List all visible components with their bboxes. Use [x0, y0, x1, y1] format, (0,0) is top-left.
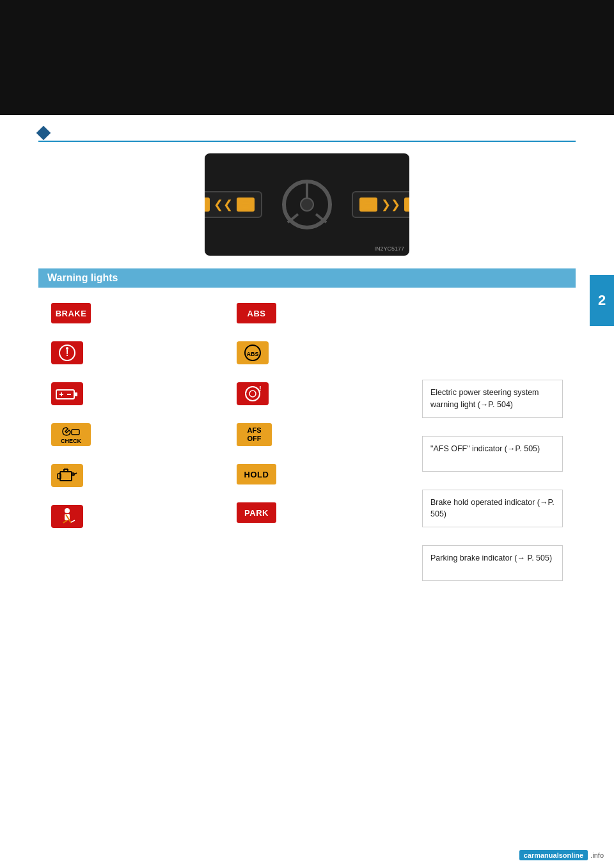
svg-line-35 — [63, 520, 67, 523]
left-arrow-icon: ❮❮ — [214, 198, 233, 212]
afs-label: AFS — [248, 426, 262, 435]
svg-rect-19 — [74, 392, 77, 396]
watermark-logo: carmanualsonline — [519, 850, 588, 860]
steering-wheel-icon — [281, 179, 333, 230]
svg-text:!: ! — [259, 385, 262, 392]
warning-item-oil: ! — [51, 341, 217, 364]
watermark-url: .info — [590, 851, 604, 859]
warning-item-battery — [51, 382, 217, 405]
right-cluster-icon-2: A — [406, 199, 409, 210]
dashboard-clusters: A ❮❮ — [205, 179, 409, 230]
image-label: IN2YC5177 — [374, 245, 404, 252]
dashboard-image-area: A ❮❮ — [38, 153, 576, 256]
check-engine-icon — [60, 425, 82, 438]
svg-point-40 — [249, 391, 256, 397]
seatbelt-icon — [57, 506, 77, 527]
svg-rect-2 — [239, 199, 252, 210]
warning-item-brake: BRAKE — [51, 303, 217, 323]
warning-item-abs-circle: ABS — [237, 341, 403, 364]
svg-rect-18 — [56, 390, 74, 399]
eps-tooltip-text: Electric power steering system warning l… — [430, 387, 555, 411]
watermark: carmanualsonline .info — [519, 850, 604, 860]
left-cluster-icon: A — [205, 199, 208, 210]
svg-point-39 — [246, 387, 260, 401]
left-cluster-icon-2 — [239, 199, 253, 210]
oil-pressure-badge: ! — [51, 341, 83, 364]
park-tooltip-box: Parking brake indicator (→ P. 505) — [422, 545, 563, 581]
warning-lights-title: Warning lights — [47, 272, 118, 283]
steering-center — [281, 179, 333, 230]
eps-icon: ! — [241, 384, 264, 404]
dashboard-image-box: A ❮❮ — [205, 153, 409, 256]
seatbelt-badge — [51, 505, 83, 528]
warning-item-eps: ! — [237, 382, 403, 405]
park-tooltip-text: Parking brake indicator (→ P. 505) — [430, 552, 555, 564]
tooltip-column: Electric power steering system warning l… — [422, 303, 563, 581]
section-header — [38, 128, 576, 142]
right-icon-rect-2: A — [404, 198, 409, 212]
hold-tooltip-box: Brake hold operated indicator (→P. 505) — [422, 490, 563, 528]
park-badge: PARK — [237, 502, 276, 523]
main-content: A ❮❮ — [0, 128, 614, 581]
diamond-bullet-icon — [36, 126, 51, 141]
oil-pressure-icon: ! — [58, 343, 77, 362]
svg-rect-24 — [60, 472, 72, 481]
eps-badge: ! — [237, 382, 269, 405]
warning-item-check: CHECK — [51, 423, 217, 446]
warning-item-seatbelt — [51, 505, 217, 528]
check-label: CHECK — [61, 438, 81, 444]
brake-badge: BRAKE — [51, 303, 91, 323]
hold-badge: HOLD — [237, 464, 276, 484]
left-icon-rect: A — [205, 198, 210, 212]
svg-line-36 — [71, 520, 75, 522]
svg-rect-0 — [205, 199, 207, 210]
svg-rect-13 — [407, 199, 409, 210]
afs-off-tooltip-box: "AFS OFF" indicator (→P. 505) — [422, 436, 563, 472]
svg-rect-3 — [242, 201, 249, 208]
warning-lights-header: Warning lights — [38, 268, 576, 288]
svg-rect-11 — [365, 201, 372, 208]
warning-lights-grid: BRAKE ! — [51, 303, 563, 581]
warning-item-abs: ABS — [237, 303, 403, 323]
afs-off-tooltip-text: "AFS OFF" indicator (→P. 505) — [430, 443, 555, 455]
warning-col-left: BRAKE ! — [51, 303, 217, 581]
svg-point-32 — [65, 508, 70, 513]
engine-icon — [55, 467, 79, 484]
battery-badge — [51, 382, 83, 405]
engine-badge — [51, 464, 83, 487]
check-badge: CHECK — [51, 423, 91, 446]
svg-rect-25 — [58, 474, 61, 479]
abs-badge: ABS — [237, 303, 276, 323]
warning-item-afs-off: AFS OFF — [237, 423, 403, 446]
chapter-tab: 2 — [590, 275, 614, 326]
top-black-bar — [0, 0, 614, 115]
right-cluster-icon — [361, 199, 375, 210]
right-cluster: ❯❯ A — [352, 191, 409, 218]
warning-col-right: ABS ABS ! — [237, 303, 403, 581]
svg-point-17 — [66, 347, 68, 350]
afs-off-badge: AFS OFF — [237, 423, 272, 446]
abs-circle-icon: ABS — [240, 343, 265, 363]
off-label: OFF — [248, 435, 262, 443]
chapter-number: 2 — [598, 292, 606, 309]
warning-item-engine — [51, 464, 217, 487]
svg-rect-10 — [362, 199, 375, 210]
svg-rect-23 — [72, 430, 79, 435]
warning-item-hold: HOLD — [237, 464, 403, 484]
right-icon-rect — [359, 198, 377, 212]
left-cluster: A ❮❮ — [205, 191, 262, 218]
svg-point-6 — [301, 198, 313, 211]
abs-circle-badge: ABS — [237, 341, 269, 364]
right-arrow-icon: ❯❯ — [381, 198, 400, 212]
svg-text:ABS: ABS — [246, 351, 258, 357]
warning-item-park: PARK — [237, 502, 403, 523]
hold-tooltip-text: Brake hold operated indicator (→P. 505) — [430, 497, 555, 521]
left-icon-rect-2 — [237, 198, 255, 212]
battery-icon — [56, 387, 79, 401]
eps-tooltip-box: Electric power steering system warning l… — [422, 380, 563, 418]
